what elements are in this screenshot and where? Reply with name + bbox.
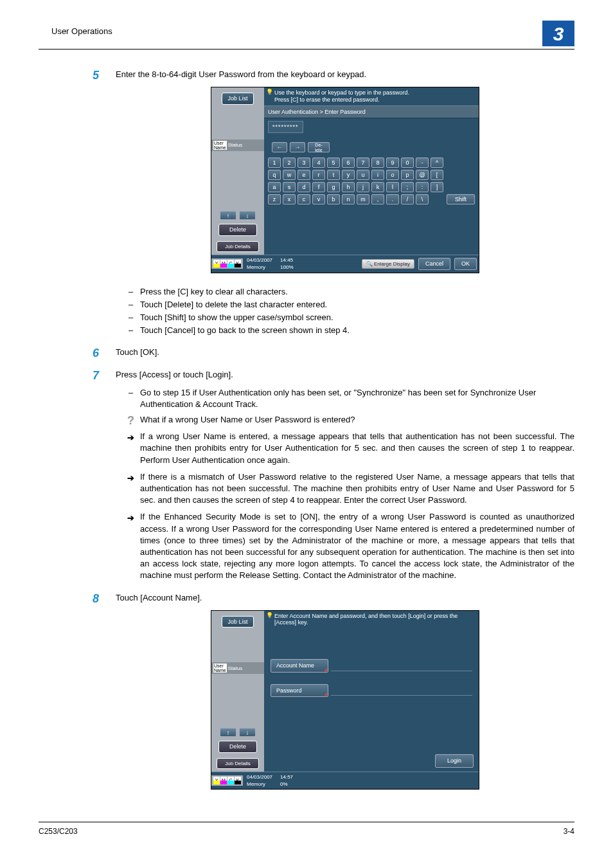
step5-note-0: Press the [C] key to clear all character… (129, 286, 574, 298)
keyboard-key[interactable]: - (416, 158, 429, 168)
account-password-button[interactable]: Password (271, 684, 328, 698)
step-8-text: Touch [Account Name]. (116, 592, 574, 604)
shift-button[interactable]: Shift (447, 194, 475, 204)
keyboard-key[interactable]: p (401, 170, 414, 180)
keyboard-key[interactable]: @ (416, 170, 429, 180)
job-details-button[interactable]: Job Details (217, 241, 259, 252)
keyboard-key[interactable]: / (401, 194, 414, 204)
keyboard-key[interactable]: 8 (371, 158, 384, 168)
keyboard-key[interactable]: v (312, 194, 325, 204)
keyboard-key[interactable]: k (371, 182, 384, 192)
cancel-button[interactable]: Cancel (418, 258, 450, 270)
job-list-button[interactable]: Job List (222, 616, 253, 628)
keyboard-key[interactable]: 3 (298, 158, 310, 168)
keyboard-key[interactable]: 7 (357, 158, 369, 168)
keyboard-key[interactable]: [ (431, 170, 443, 180)
keyboard-key[interactable]: t (327, 170, 340, 180)
toner-y: Y (213, 260, 220, 267)
arrow-icon: ➔ (127, 512, 134, 524)
keyboard-key[interactable]: m (357, 194, 369, 204)
cursor-right-button[interactable]: → (290, 142, 305, 152)
step7-arrow-1: If there is a mismatch of User Password … (129, 471, 574, 507)
step5-note-3: Touch [Cancel] to go back to the screen … (129, 325, 574, 336)
scroll-up-button[interactable]: ↑ (220, 728, 236, 737)
keyboard-key[interactable]: y (342, 170, 355, 180)
keyboard-key[interactable]: o (386, 170, 399, 180)
keyboard-key[interactable]: u (357, 170, 369, 180)
keyboard-key[interactable]: d (298, 182, 310, 192)
footer-model: C253/C203 (39, 826, 78, 837)
keyboard-key[interactable]: . (386, 194, 399, 204)
step-number-6: 6 (93, 345, 99, 361)
keyboard-key[interactable]: ; (401, 182, 414, 192)
scroll-up-button[interactable]: ↑ (220, 211, 236, 220)
keyboard-key[interactable]: c (298, 194, 310, 204)
step5-note-1: Touch [Delete] to delete the last charac… (129, 299, 574, 311)
account-password-field[interactable] (331, 685, 472, 696)
keyboard-key[interactable]: x (283, 194, 296, 204)
status-time: 14:45 (280, 257, 293, 264)
keyboard-key[interactable]: q (268, 170, 281, 180)
status-label: Status (228, 665, 243, 672)
kb-delete-button[interactable]: De- lete (308, 142, 330, 152)
keyboard-key[interactable]: 0 (401, 158, 414, 168)
enlarge-display-button[interactable]: 🔍 Enlarge Display (362, 259, 414, 269)
step7-dash: Go to step 15 if User Authentication onl… (129, 387, 574, 410)
keyboard-key[interactable]: ] (431, 182, 443, 192)
left-delete-button[interactable]: Delete (218, 224, 257, 236)
toner-c: C (227, 777, 234, 784)
footer-page: 3-4 (564, 826, 574, 837)
status-label: Status (228, 141, 243, 149)
login-button[interactable]: Login (435, 754, 474, 768)
scroll-down-button[interactable]: ↓ (239, 211, 256, 220)
scroll-down-button[interactable]: ↓ (239, 728, 256, 737)
keyboard-key[interactable]: 9 (386, 158, 399, 168)
keyboard-key[interactable]: f (312, 182, 325, 192)
cursor-left-button[interactable]: ← (272, 142, 287, 152)
keyboard-key[interactable]: ^ (431, 158, 443, 168)
password-field[interactable]: ********* (268, 121, 303, 133)
ok-button[interactable]: OK (454, 258, 477, 270)
keyboard-key[interactable]: n (342, 194, 355, 204)
keyboard-key[interactable]: 5 (327, 158, 340, 168)
keyboard-key[interactable]: a (268, 182, 281, 192)
keyboard-key[interactable]: 4 (312, 158, 325, 168)
keyboard-key[interactable]: , (371, 194, 384, 204)
arrow-icon: ➔ (127, 473, 134, 484)
keyboard-key[interactable]: \ (416, 194, 429, 204)
keyboard-key[interactable]: 2 (283, 158, 296, 168)
user-name-label: User Name (213, 141, 227, 150)
left-delete-button[interactable]: Delete (218, 741, 257, 753)
keyboard-key[interactable]: h (342, 182, 355, 192)
keyboard-key[interactable]: : (416, 182, 429, 192)
arrow-icon: ➔ (127, 432, 134, 444)
toner-m: M (220, 260, 227, 267)
step7-arrow-2: If the Enhanced Security Mode is set to … (129, 511, 574, 581)
keyboard-key[interactable]: e (298, 170, 310, 180)
keyboard-key[interactable]: j (357, 182, 369, 192)
instruction-message: 💡Enter Account Name and password, and th… (264, 611, 479, 629)
step-number-7: 7 (93, 368, 99, 384)
keyboard-key[interactable]: 1 (268, 158, 281, 168)
toner-k: K (235, 777, 241, 784)
keyboard-key[interactable]: g (327, 182, 340, 192)
keyboard-key[interactable]: z (268, 194, 281, 204)
account-name-field[interactable] (331, 661, 472, 671)
step-number-8: 8 (93, 591, 99, 607)
keyboard-key[interactable]: w (283, 170, 296, 180)
job-list-button[interactable]: Job List (222, 93, 253, 105)
keyboard-row-3: asdfghjkl;:] (268, 182, 475, 192)
status-memory-label: Memory (247, 781, 265, 787)
keyboard-key[interactable]: l (386, 182, 399, 192)
device-screenshot-password: Job List User Name Status ↑ ↓ Delete Job… (211, 87, 479, 273)
job-details-button[interactable]: Job Details (217, 758, 259, 769)
keyboard-key[interactable]: r (312, 170, 325, 180)
instruction-message: 💡Use the keyboard or keypad to type in t… (264, 87, 479, 105)
keyboard-key[interactable]: i (371, 170, 384, 180)
keyboard-key[interactable]: s (283, 182, 296, 192)
keyboard-key[interactable]: 6 (342, 158, 355, 168)
account-name-button[interactable]: Account Name (271, 659, 328, 673)
device-screenshot-account: Job List User Name Status ↑ ↓ Delete Job… (211, 610, 479, 790)
keyboard-key[interactable]: b (327, 194, 340, 204)
toner-levels: YMCK (211, 775, 243, 786)
